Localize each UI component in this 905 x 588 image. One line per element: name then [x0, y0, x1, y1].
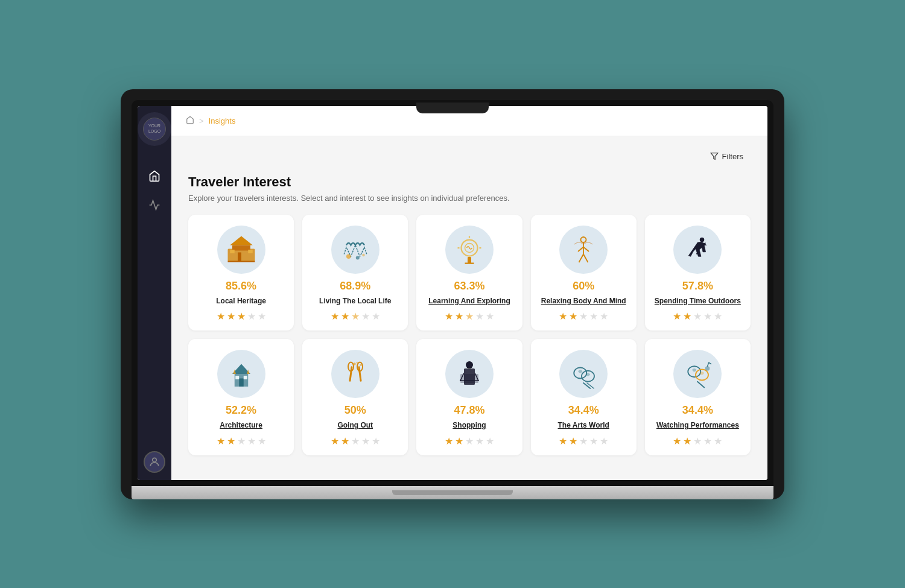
svg-line-48 [587, 383, 594, 388]
page-title: Traveler Interest [188, 174, 751, 190]
svg-point-26 [700, 237, 705, 242]
star-full: ★ [455, 311, 463, 322]
svg-point-20 [581, 237, 586, 242]
star-empty: ★ [247, 311, 256, 322]
interest-card-going-out[interactable]: 50% Going Out ★★★★★ [302, 339, 408, 455]
content-area: Filters Traveler Interest Explore your t… [171, 136, 767, 480]
interest-card-shopping[interactable]: 47.8% Shopping ★★★★★ [416, 339, 522, 455]
interest-card-learning-exploring[interactable]: 63.3% Learning And Exploring ★★★★★ [416, 215, 522, 331]
filter-icon [710, 152, 719, 160]
star-full: ★ [559, 435, 567, 447]
interest-card-arts-world[interactable]: 34.4% The Arts World ★★★★★ [531, 339, 637, 455]
card-stars-living-local-life: ★★★★★ [331, 311, 380, 322]
interest-card-watching-performances[interactable]: 34.4% Watching Performances ★★★★★ [645, 339, 751, 455]
card-stars-spending-time-outdoors: ★★★★★ [673, 311, 722, 322]
card-percent-shopping: 47.8% [454, 404, 484, 417]
card-icon-learning-exploring [445, 226, 494, 274]
star-full: ★ [341, 311, 349, 322]
home-breadcrumb-icon [186, 116, 194, 124]
card-icon-shopping [445, 350, 494, 398]
star-empty: ★ [237, 435, 246, 447]
svg-line-24 [579, 254, 584, 262]
star-empty: ★ [693, 435, 702, 447]
sidebar-item-home[interactable] [142, 164, 167, 188]
star-empty: ★ [714, 435, 722, 447]
svg-marker-1 [711, 153, 718, 160]
card-icon-local-heritage [217, 226, 265, 274]
svg-line-23 [583, 247, 589, 251]
card-icon-living-local-life [331, 226, 379, 274]
star-full: ★ [341, 435, 349, 447]
star-empty: ★ [714, 311, 722, 322]
svg-rect-32 [235, 376, 239, 379]
star-full: ★ [217, 311, 225, 322]
laptop-shell: YOUR LOGO [121, 89, 784, 499]
star-full: ★ [559, 311, 567, 322]
star-empty: ★ [258, 435, 266, 447]
breadcrumb-current: Insights [209, 116, 236, 125]
card-stars-going-out: ★★★★★ [331, 435, 380, 447]
card-label-going-out: Going Out [337, 420, 373, 431]
card-icon-architecture [217, 350, 265, 398]
card-label-living-local-life: Living The Local Life [319, 296, 391, 306]
svg-rect-43 [460, 374, 478, 383]
star-empty: ★ [258, 311, 266, 322]
card-icon-going-out [331, 350, 379, 398]
svg-line-22 [578, 247, 583, 251]
card-label-watching-performances: Watching Performances [656, 420, 739, 431]
user-avatar[interactable] [144, 451, 165, 473]
star-empty: ★ [579, 435, 588, 447]
sidebar-item-analytics[interactable] [142, 193, 167, 217]
sidebar-nav [142, 164, 167, 451]
laptop-hinge [392, 490, 513, 495]
card-percent-local-heritage: 85.6% [226, 280, 256, 292]
interest-card-spending-time-outdoors[interactable]: 57.8% Spending Time Outdoors ★★★★★ [645, 215, 751, 331]
chart-icon [148, 199, 160, 211]
star-empty: ★ [361, 311, 370, 322]
card-label-learning-exploring: Learning And Exploring [428, 296, 510, 306]
star-full: ★ [445, 435, 453, 447]
star-empty: ★ [703, 311, 712, 322]
card-label-relaxing-body-mind: Relaxing Body And Mind [541, 296, 626, 306]
star-full: ★ [569, 435, 577, 447]
sidebar: YOUR LOGO [138, 106, 171, 480]
star-empty: ★ [361, 435, 370, 447]
logo-circle: YOUR LOGO [143, 118, 166, 141]
card-label-local-heritage: Local Heritage [216, 296, 266, 306]
star-half: ★ [465, 311, 474, 322]
interest-card-local-heritage[interactable]: 85.6% Local Heritage ★★★★★ [188, 215, 294, 331]
svg-point-52 [705, 367, 710, 371]
card-stars-shopping: ★★★★★ [445, 435, 494, 447]
card-stars-local-heritage: ★★★★★ [217, 311, 266, 322]
interest-card-architecture[interactable]: 52.2% Architecture ★★★★★ [188, 339, 294, 455]
logo[interactable]: YOUR LOGO [138, 112, 171, 146]
interest-card-living-local-life[interactable]: 68.9% Living The Local Life ★★★★★ [302, 215, 408, 331]
svg-line-53 [708, 363, 709, 367]
filters-button[interactable]: Filters [703, 148, 751, 165]
page-subtitle: Explore your travelers interests. Select… [188, 194, 751, 203]
main-content: > Insights Filters [171, 106, 767, 480]
card-label-spending-time-outdoors: Spending Time Outdoors [655, 296, 741, 306]
svg-rect-31 [239, 379, 244, 387]
star-full: ★ [455, 435, 463, 447]
star-full: ★ [683, 311, 691, 322]
card-stars-architecture: ★★★★★ [217, 435, 266, 447]
star-empty: ★ [579, 311, 588, 322]
card-stars-relaxing-body-mind: ★★★★★ [559, 311, 608, 322]
star-empty: ★ [351, 435, 360, 447]
star-full: ★ [237, 311, 246, 322]
svg-line-54 [709, 363, 711, 364]
breadcrumb-home[interactable] [186, 116, 194, 126]
star-empty: ★ [465, 435, 474, 447]
card-percent-arts-world: 34.4% [568, 404, 599, 417]
svg-marker-4 [230, 236, 253, 245]
star-full: ★ [331, 311, 339, 322]
star-half: ★ [351, 311, 360, 322]
star-empty: ★ [247, 435, 256, 447]
svg-rect-18 [468, 257, 471, 264]
card-stars-arts-world: ★★★★★ [559, 435, 608, 447]
card-percent-relaxing-body-mind: 60% [573, 280, 594, 292]
card-icon-watching-performances [673, 350, 722, 398]
card-percent-learning-exploring: 63.3% [454, 280, 484, 292]
interest-card-relaxing-body-mind[interactable]: 60% Relaxing Body And Mind ★★★★★ [531, 215, 637, 331]
